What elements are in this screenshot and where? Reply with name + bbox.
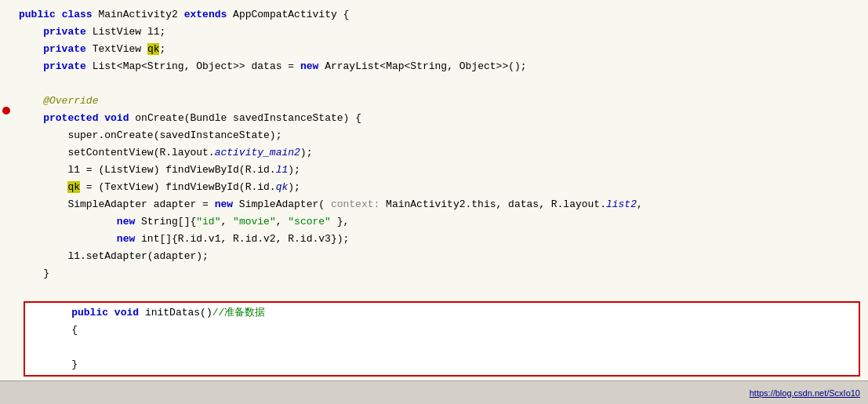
code-line-9: setContentView(R.layout.activity_main2); [0,144,868,162]
breakpoint-dot-7 [2,107,10,115]
code-line-15: l1.setAdapter(adapter); [0,248,868,265]
line-content-1: public class MainActivity2 extends AppCo… [14,7,868,23]
line-content-3: private TextView qk; [14,42,868,57]
line-content-5 [14,76,868,92]
code-line-1: public class MainActivity2 extends AppCo… [0,6,868,24]
code-line-12: SimpleAdapter adapter = new SimpleAdapte… [0,196,868,213]
line-content-6: @Override [14,93,868,109]
code-line-7: protected void onCreate(Bundle savedInst… [0,110,868,127]
highlighted-method-block: public void initDatas()//准备数据 { } [24,301,860,377]
code-line-10: l1 = (ListView) findViewByI​d(R.id.l1); [0,162,868,179]
csdn-url: https://blog.csdn.net/ScxIo10 [750,388,860,398]
line-content-15: l1.setAdapter(adapter); [14,249,868,264]
code-line-6: @Override [0,93,868,110]
code-editor: public class MainActivity2 extends AppCo… [0,0,868,396]
line-content-17 [14,283,868,299]
line-content-13: new String[]{"id", "movie", "score" }, [14,214,868,230]
line-content-21: } [42,357,855,373]
bottom-bar: https://blog.csdn.net/ScxIo10 [0,380,868,404]
line-content-9: setContentView(R.layout.activity_main2); [14,145,868,161]
code-line-3: private TextView qk; [0,41,868,58]
code-line-11: qk = (TextView) findViewByI​d(R.id.qk); [0,179,868,196]
line-content-14: new int[]{R.id.v1, R.id.v2, R.id.v3}); [14,231,868,247]
line-content-12: SimpleAdapter adapter = new SimpleAdapte… [14,197,868,213]
code-line-19: { [28,322,855,339]
code-line-8: super.onCreate(savedInstanceState); [0,127,868,144]
line-content-16: } [14,266,868,282]
line-content-19: { [42,322,855,338]
code-line-14: new int[]{R.id.v1, R.id.v2, R.id.v3}); [0,231,868,248]
line-content-18: public void initDatas()//准备数据 [42,305,855,321]
code-line-5 [0,75,868,93]
line-content-10: l1 = (ListView) findViewByI​d(R.id.l1); [14,162,868,178]
code-line-16: } [0,265,868,282]
line-content-11: qk = (TextView) findViewByI​d(R.id.qk); [14,180,868,195]
code-line-13: new String[]{"id", "movie", "score" }, [0,213,868,231]
line-content-7: protected void onCreate(Bundle savedInst… [14,111,868,126]
code-line-4: private List<Map<String, Object>> datas … [0,58,868,75]
line-content-8: super.onCreate(savedInstanceState); [14,128,868,144]
line-content-4: private List<Map<String, Object>> datas … [14,59,868,75]
code-line-2: private ListView l1; [0,24,868,41]
code-line-20 [28,339,855,356]
code-line-18: public void initDatas()//准备数据 [28,304,855,322]
line-content-20 [42,340,855,355]
code-line-17 [0,282,868,300]
code-line-21: } [28,356,855,373]
line-content-2: private ListView l1; [14,24,868,40]
